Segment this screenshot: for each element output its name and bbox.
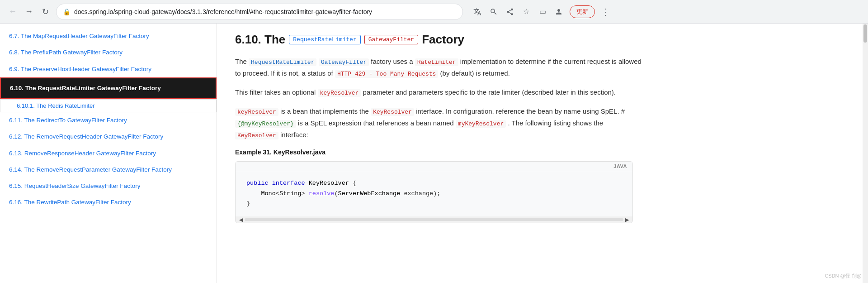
scrollbar-thumb <box>863 24 867 43</box>
code-line-2: Mono<String> resolve(ServerWebExchange e… <box>246 189 622 199</box>
address-bar[interactable]: 🔒 docs.spring.io/spring-cloud-gateway/do… <box>56 4 463 20</box>
translate-icon-button[interactable] <box>470 5 485 19</box>
code-block-body: public interface KeyResolver { Mono<Stri… <box>236 171 632 217</box>
sidebar-item-6-7[interactable]: 6.7. The MapRequestHeader GatewayFilter … <box>0 28 217 44</box>
sidebar: 6.7. The MapRequestHeader GatewayFilter … <box>0 24 217 283</box>
profile-icon-button[interactable] <box>552 5 566 19</box>
update-button[interactable]: 更新 <box>570 5 595 18</box>
para2-code1: keyResolver <box>318 89 361 97</box>
lock-icon: 🔒 <box>63 8 71 15</box>
section-heading: 6.10. The RequestRateLimiter GatewayFilt… <box>235 33 844 47</box>
code-line-1: public interface KeyResolver { <box>246 178 622 189</box>
para1-code3: RateLimiter <box>415 58 458 66</box>
sidebar-item-6-10-active[interactable]: 6.10. The RequestRateLimiter GatewayFilt… <box>0 77 217 99</box>
scroll-right-icon[interactable]: ▶ <box>623 217 631 223</box>
heading-factory: Factory <box>422 33 464 47</box>
code-scroll-track[interactable] <box>245 218 623 221</box>
sidebar-item-6-13[interactable]: 6.13. RemoveResponseHeader GatewayFilter… <box>0 145 217 162</box>
main-content: 6.10. The RequestRateLimiter GatewayFilt… <box>217 24 863 283</box>
para1: The RequestRateLimiter GatewayFilter fac… <box>235 56 642 79</box>
sidebar-item-6-9[interactable]: 6.9. The PreserveHostHeader GatewayFilte… <box>0 61 217 77</box>
nav-buttons: ← → ↻ <box>5 5 52 19</box>
bookmark-icon-button[interactable]: ☆ <box>519 5 533 19</box>
url-text: docs.spring.io/spring-cloud-gateway/docs… <box>74 8 456 15</box>
para3-code4: myKeyResolver <box>456 120 506 128</box>
toolbar-icons: ☆ ▭ <box>470 5 566 19</box>
code-example-label: Example 31. KeyResolver.java <box>235 149 844 156</box>
sidebar-item-6-14[interactable]: 6.14. The RemoveRequestParameter Gateway… <box>0 162 217 178</box>
code-block-header: JAVA <box>236 162 632 171</box>
right-scrollbar[interactable] <box>863 24 868 283</box>
sidebar-item-6-10-1[interactable]: 6.10.1. The Redis RateLimiter <box>0 99 217 112</box>
code-lang-label: JAVA <box>613 163 627 169</box>
scroll-left-icon[interactable]: ◀ <box>237 217 245 223</box>
page-layout: 6.7. The MapRequestHeader GatewayFilter … <box>0 24 868 283</box>
para1-code4: HTTP 429 - Too Many Requests <box>335 70 438 78</box>
para3-code2: KeyResolver <box>371 108 414 116</box>
sidebar-item-6-8[interactable]: 6.8. The PrefixPath GatewayFilter Factor… <box>0 44 217 61</box>
code-line-3: } <box>246 199 622 209</box>
para3-code1: keyResolver <box>235 108 278 116</box>
sidebar-item-6-15[interactable]: 6.15. RequestHeaderSize GatewayFilter Fa… <box>0 178 217 194</box>
menu-button[interactable]: ⋮ <box>599 5 613 19</box>
csdn-watermark: CSDN @怪 削@ <box>825 273 862 279</box>
share-icon-button[interactable] <box>503 5 517 19</box>
sidebar-item-6-12[interactable]: 6.12. The RemoveRequestHeader GatewayFil… <box>0 129 217 145</box>
code-block: JAVA public interface KeyResolver { Mono… <box>235 161 633 224</box>
browser-chrome: ← → ↻ 🔒 docs.spring.io/spring-cloud-gate… <box>0 0 868 24</box>
code-scroll-bar[interactable]: ◀ ▶ <box>236 216 632 223</box>
para3-code3: {@myKeyResolver} <box>235 120 296 128</box>
window-icon-button[interactable]: ▭ <box>535 5 550 19</box>
para1-code2: GatewayFilter <box>319 58 369 66</box>
sidebar-item-6-16[interactable]: 6.16. The RewritePath GatewayFilter Fact… <box>0 194 217 211</box>
section-number: 6.10. The <box>235 33 285 47</box>
badge-gatewayfilter: GatewayFilter <box>364 35 418 44</box>
search-icon-button[interactable] <box>486 5 501 19</box>
para1-code1: RequestRateLimiter <box>249 58 316 66</box>
badge-requestratelimiter: RequestRateLimiter <box>289 35 360 44</box>
para3: keyResolver is a bean that implements th… <box>235 106 642 141</box>
para3-code5: KeyResolver <box>235 132 278 139</box>
reload-button[interactable]: ↻ <box>38 5 52 19</box>
back-button[interactable]: ← <box>5 5 20 19</box>
forward-button[interactable]: → <box>22 5 36 19</box>
sidebar-item-6-11[interactable]: 6.11. The RedirectTo GatewayFilter Facto… <box>0 112 217 129</box>
para2: This filter takes an optional keyResolve… <box>235 86 642 98</box>
